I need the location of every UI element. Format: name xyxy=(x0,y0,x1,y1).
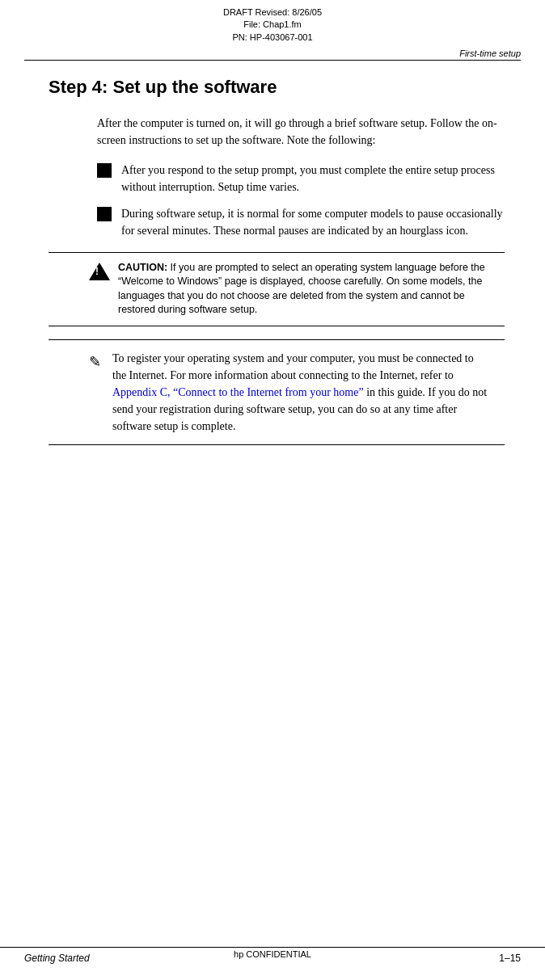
note-text-before: To register your operating system and yo… xyxy=(112,352,474,381)
main-content: Step 4: Set up the software After the co… xyxy=(0,61,545,473)
list-item: During software setup, it is normal for … xyxy=(97,205,505,239)
caution-text: CAUTION: If you are prompted to select a… xyxy=(118,261,488,318)
caution-body: If you are prompted to select an operati… xyxy=(118,262,485,316)
caution-triangle-icon xyxy=(89,263,110,280)
header-line2: File: Chap1.fm xyxy=(16,19,529,31)
header-line1: DRAFT Revised: 8/26/05 xyxy=(16,6,529,19)
pencil-icon: ✎ xyxy=(89,351,101,373)
note-box: ✎ To register your operating system and … xyxy=(49,339,505,445)
note-text: To register your operating system and yo… xyxy=(112,350,488,435)
bullet-text-2: During software setup, it is normal for … xyxy=(121,205,505,239)
bullet-text-1: After you respond to the setup prompt, y… xyxy=(121,162,505,196)
list-item: After you respond to the setup prompt, y… xyxy=(97,162,505,196)
caution-box: CAUTION: If you are prompted to select a… xyxy=(49,252,505,326)
header-right-label: First-time setup xyxy=(0,47,545,58)
intro-paragraph: After the computer is turned on, it will… xyxy=(97,115,505,149)
footer-center: hp CONFIDENTIAL xyxy=(234,949,311,959)
step-title: Step 4: Set up the software xyxy=(49,77,505,98)
note-link[interactable]: Appendix C, “Connect to the Internet fro… xyxy=(112,386,364,398)
bullet-list: After you respond to the setup prompt, y… xyxy=(97,162,505,239)
bullet-icon xyxy=(97,207,112,221)
header-line3: PN: HP-403067-001 xyxy=(16,32,529,44)
footer-right: 1–15 xyxy=(499,953,521,964)
header: DRAFT Revised: 8/26/05 File: Chap1.fm PN… xyxy=(0,0,545,47)
footer-left: Getting Started xyxy=(24,953,90,964)
bullet-icon xyxy=(97,163,112,178)
footer: Getting Started hp CONFIDENTIAL 1–15 xyxy=(0,947,545,964)
caution-label: CAUTION: xyxy=(118,262,167,273)
page: DRAFT Revised: 8/26/05 File: Chap1.fm PN… xyxy=(0,0,545,980)
